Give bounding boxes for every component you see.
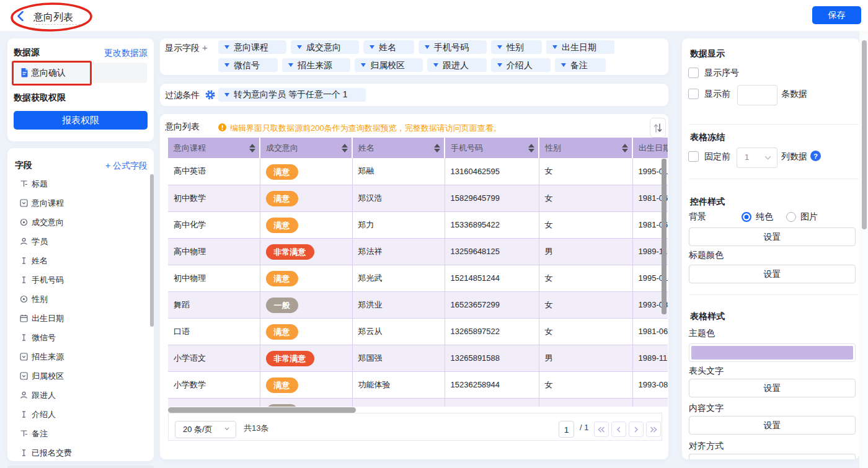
svg-text:?: ? xyxy=(813,152,818,160)
